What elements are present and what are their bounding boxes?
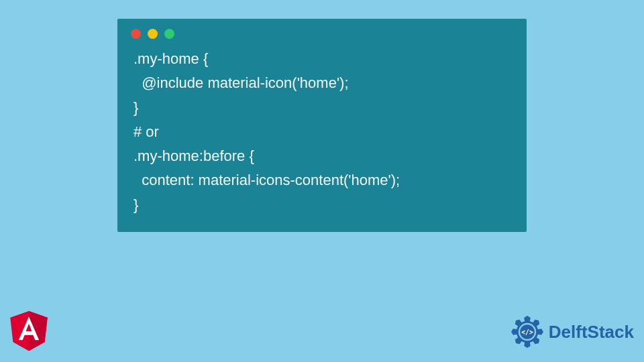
window-minimize-dot — [148, 29, 158, 39]
code-line-7: } — [133, 193, 511, 217]
window-controls — [117, 19, 527, 44]
code-line-1: .my-home { — [133, 47, 511, 71]
window-maximize-dot — [164, 29, 174, 39]
code-content: .my-home { @include material-icon('home'… — [117, 44, 527, 220]
code-window: .my-home { @include material-icon('home'… — [117, 19, 527, 232]
delftstack-logo: </> DelftStack — [507, 312, 634, 352]
code-line-3: } — [133, 96, 511, 120]
svg-marker-1 — [29, 311, 48, 351]
svg-text:</>: </> — [521, 328, 533, 336]
angular-logo-icon — [9, 311, 49, 353]
code-line-4: # or — [133, 120, 511, 144]
code-line-2: @include material-icon('home'); — [133, 71, 511, 95]
window-close-dot — [131, 29, 141, 39]
code-line-6: content: material-icons-content('home'); — [133, 168, 511, 192]
delftstack-text: DelftStack — [549, 322, 634, 343]
code-line-5: .my-home:before { — [133, 144, 511, 168]
delftstack-gear-icon: </> — [507, 312, 547, 352]
